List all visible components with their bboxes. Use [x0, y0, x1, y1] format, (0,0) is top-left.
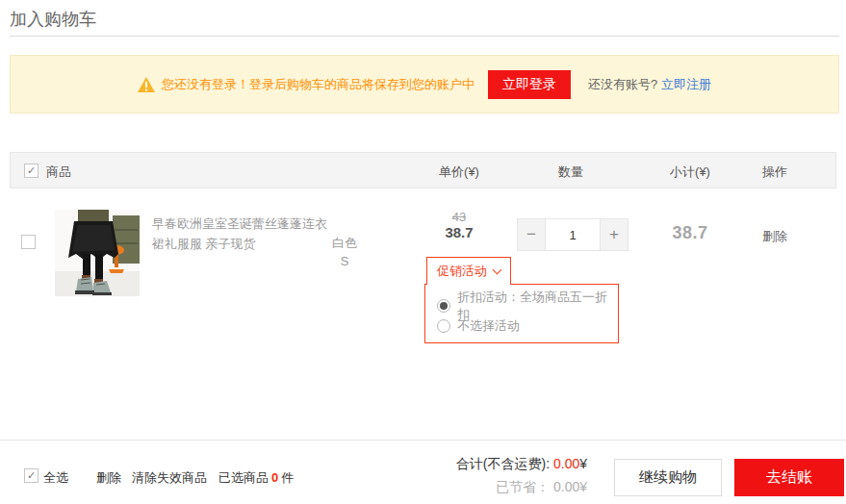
promotion-option-discount[interactable]: 折扣活动：全场商品五一折扣 — [437, 295, 618, 315]
sku-size: S — [325, 252, 364, 270]
radio-selected-icon[interactable] — [437, 299, 450, 313]
promotion-option-label: 不选择活动 — [457, 317, 520, 335]
sku-color: 白色 — [325, 234, 364, 252]
column-header-product: 商品 — [46, 164, 71, 181]
select-all-label[interactable]: 全选 — [43, 469, 68, 487]
column-header-subtotal: 小计(¥) — [670, 164, 710, 181]
page-title: 加入购物车 — [10, 8, 96, 31]
unit-price: 38.7 — [445, 224, 473, 240]
checkout-button[interactable]: 去结账 — [734, 459, 844, 496]
register-now-link[interactable]: 立即注册 — [661, 76, 711, 93]
total-value: 0.00 — [553, 456, 579, 471]
header-select-all-checkbox[interactable]: ✓ — [24, 164, 38, 178]
selected-suffix: 件 — [281, 470, 294, 485]
saved-line: 已节省： 0.00¥ — [404, 479, 587, 496]
quantity-increase-button[interactable]: + — [601, 219, 628, 250]
column-header-action: 操作 — [762, 164, 787, 181]
selected-prefix: 已选商品 — [218, 470, 269, 485]
product-title[interactable]: 早春欧洲皇室圣诞蕾丝蓬蓬连衣裙礼服服 亲子现货 — [152, 214, 327, 254]
product-sku: 白色 S — [325, 234, 364, 270]
continue-shopping-button[interactable]: 继续购物 — [614, 459, 722, 496]
saved-label: 已节省： — [496, 479, 550, 494]
column-header-unit-price: 单价(¥) — [439, 164, 479, 181]
login-warning-text: 您还没有登录！登录后购物车的商品将保存到您的账户中 — [162, 76, 474, 93]
total-currency: ¥ — [579, 456, 587, 471]
quantity-input[interactable] — [545, 219, 601, 250]
footer-delete-link[interactable]: 删除 — [96, 469, 121, 487]
product-image[interactable] — [55, 210, 140, 296]
total-line: 合计(不含运费): 0.00¥ — [404, 456, 587, 473]
clear-invalid-link[interactable]: 清除失效商品 — [132, 469, 207, 487]
chevron-down-icon — [493, 265, 502, 274]
footer-select-all-checkbox[interactable]: ✓ — [24, 468, 38, 483]
item-subtotal: 38.7 — [672, 223, 707, 243]
warning-triangle-icon — [138, 77, 155, 92]
no-account-text: 还没有账号? — [588, 76, 657, 93]
promotion-dropdown-toggle[interactable]: 促销活动 — [426, 257, 511, 285]
check-icon: ✓ — [27, 470, 36, 481]
login-warning-banner: 您还没有登录！登录后购物车的商品将保存到您的账户中 立即登录 还没有账号? 立即… — [10, 55, 839, 113]
promotion-label: 促销活动 — [437, 263, 487, 280]
original-price: 43 — [452, 210, 466, 224]
radio-unselected-icon[interactable] — [437, 319, 450, 333]
login-now-button[interactable]: 立即登录 — [488, 70, 571, 99]
item-delete-link[interactable]: 删除 — [762, 228, 787, 245]
saved-value: 0.00¥ — [553, 479, 587, 494]
item-select-checkbox[interactable] — [21, 235, 36, 249]
quantity-decrease-button[interactable]: − — [518, 219, 545, 250]
cart-table-header — [10, 152, 836, 189]
column-header-quantity: 数量 — [558, 164, 583, 181]
total-label: 合计(不含运费): — [456, 456, 550, 471]
quantity-stepper: − + — [517, 218, 628, 251]
title-divider — [10, 36, 839, 37]
check-icon: ✓ — [27, 165, 36, 176]
selected-count: 0 — [269, 470, 281, 485]
cart-page: 加入购物车 您还没有登录！登录后购物车的商品将保存到您的账户中 立即登录 还没有… — [0, 0, 846, 504]
selected-count-text: 已选商品0件 — [218, 469, 294, 487]
promotion-dropdown-panel: 折扣活动：全场商品五一折扣 不选择活动 — [424, 284, 619, 343]
